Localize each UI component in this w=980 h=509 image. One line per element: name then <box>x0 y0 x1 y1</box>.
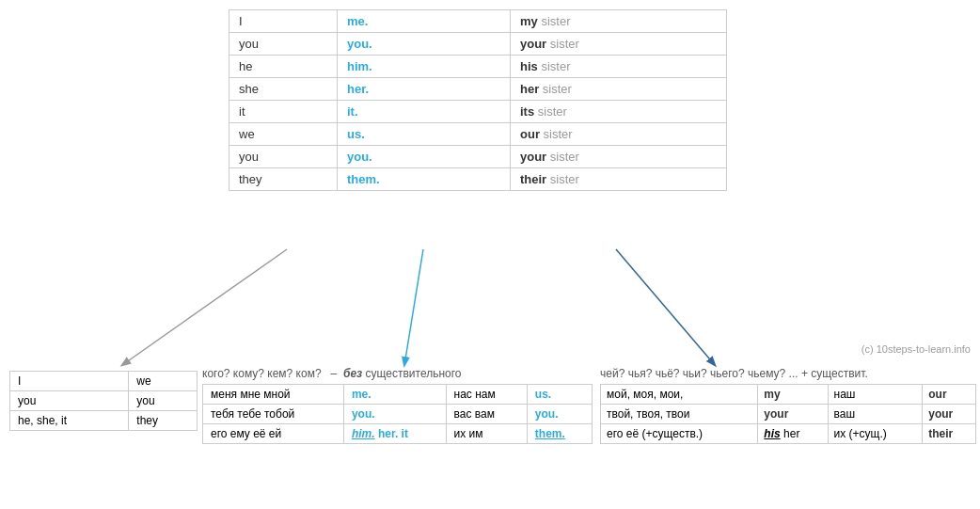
svg-line-0 <box>122 249 287 365</box>
table-row: they them. their sister <box>229 168 727 191</box>
russian-pronoun-pl: нас нам <box>446 385 527 405</box>
possessive-cell: its sister <box>511 101 727 123</box>
pronoun-plural: you <box>129 391 198 411</box>
possessive-noun: sister <box>541 14 570 28</box>
subject-cell: I <box>229 10 338 33</box>
russian-pronoun-pl: их им <box>446 424 527 444</box>
russian-pronoun: меня мне мной <box>203 385 344 405</box>
list-item: меня мне мной me. нас нам us. <box>203 385 593 405</box>
object-pronoun: you. <box>347 37 372 51</box>
russian-poss-pl: наш <box>828 385 923 405</box>
possessive-pronoun: your <box>520 37 546 51</box>
object-cell: him. <box>338 56 511 78</box>
list-item: его ему её ей him. her. it их им them. <box>203 424 593 444</box>
english-poss-pl-bold: their <box>923 424 976 444</box>
object-pronoun: her. <box>347 82 369 96</box>
possessive-cell: our sister <box>511 123 727 146</box>
pronoun-plural: we <box>129 372 198 391</box>
object-cell: you. <box>338 146 511 168</box>
list-item: he, she, it they <box>10 411 198 431</box>
english-pronoun-pl: us. <box>527 385 592 405</box>
list-item: тебя тебе тобой you. вас вам you. <box>203 405 593 424</box>
svg-line-2 <box>616 249 715 365</box>
table-row: I me. my sister <box>229 10 727 33</box>
object-pronoun: me. <box>347 14 368 28</box>
english-pronoun-pl: them. <box>527 424 592 444</box>
table-row: you you. your sister <box>229 33 727 56</box>
table-row: we us. our sister <box>229 123 727 146</box>
english-poss-bold: my <box>758 385 828 405</box>
pronoun-plural: they <box>129 411 198 431</box>
middle-pronoun-box: кого? кому? кем? ком? – без существитель… <box>202 367 593 444</box>
possessive-cell: his sister <box>511 56 727 78</box>
copyright-text: (c) 10steps-to-learn.info <box>861 343 971 355</box>
possessive-pronoun: his <box>520 59 538 73</box>
possessive-cell: your sister <box>511 33 727 56</box>
table-row: she her. her sister <box>229 78 727 101</box>
object-pronoun: them. <box>347 172 380 186</box>
pronoun-singular: I <box>10 372 129 391</box>
middle-pronoun-table: меня мне мной me. нас нам us. тебя тебе … <box>202 384 593 444</box>
right-box-label: чей? чья? чьё? чьи? чьего? чьему? ... + … <box>600 367 976 380</box>
possessive-noun: sister <box>538 104 567 119</box>
right-pronoun-table: мой, моя, мои, my наш our твой, твоя, тв… <box>600 384 976 444</box>
object-cell: us. <box>338 123 511 146</box>
object-cell: her. <box>338 78 511 101</box>
subject-cell: we <box>229 123 338 146</box>
subject-cell: you <box>229 33 338 56</box>
russian-poss-pl: их (+сущ.) <box>828 424 923 444</box>
object-pronoun: you. <box>347 150 372 164</box>
possessive-noun: sister <box>550 37 579 51</box>
pronoun-grid: I me. my sister you you. your sister he … <box>229 9 727 191</box>
russian-poss: его её (+существ.) <box>601 424 758 444</box>
russian-pronoun: тебя тебе тобой <box>203 405 344 424</box>
english-poss-pl-bold: our <box>923 385 976 405</box>
subject-cell: they <box>229 168 338 191</box>
object-cell: them. <box>338 168 511 191</box>
list-item: твой, твоя, твои your ваш your <box>601 405 976 424</box>
russian-pronoun-pl: вас вам <box>446 405 527 424</box>
possessive-noun: sister <box>541 59 570 73</box>
english-poss-pl-bold: your <box>923 405 976 424</box>
left-pronoun-box: I we you you he, she, it they <box>9 367 198 431</box>
possessive-cell: their sister <box>511 168 727 191</box>
possessive-cell: her sister <box>511 78 727 101</box>
possessive-noun: sister <box>543 82 572 96</box>
object-pronoun: us. <box>347 127 365 141</box>
possessive-pronoun: their <box>520 172 546 186</box>
svg-line-1 <box>404 249 423 365</box>
english-poss: his her <box>758 424 828 444</box>
object-pronoun: him. <box>347 59 372 73</box>
possessive-pronoun: your <box>520 150 546 164</box>
russian-pronoun: его ему её ей <box>203 424 344 444</box>
russian-poss: мой, моя, мои, <box>601 385 758 405</box>
english-pronoun: you. <box>343 405 446 424</box>
english-pronoun: him. her. it <box>343 424 446 444</box>
main-pronoun-table: I me. my sister you you. your sister he … <box>229 9 727 191</box>
possessive-pronoun: her <box>520 82 539 96</box>
middle-label-noun: существительного <box>366 367 462 380</box>
object-cell: it. <box>338 101 511 123</box>
subject-cell: it <box>229 101 338 123</box>
possessive-noun: sister <box>544 127 573 141</box>
left-pronoun-table: I we you you he, she, it they <box>9 371 198 431</box>
possessive-pronoun: my <box>520 14 538 28</box>
middle-box-label: кого? кому? кем? ком? – без существитель… <box>202 367 593 380</box>
subject-cell: she <box>229 78 338 101</box>
possessive-noun: sister <box>550 150 579 164</box>
possessive-cell: my sister <box>511 10 727 33</box>
english-pronoun: me. <box>343 385 446 405</box>
list-item: you you <box>10 391 198 411</box>
subject-cell: you <box>229 146 338 168</box>
right-pronoun-box: чей? чья? чьё? чьи? чьего? чьему? ... + … <box>600 367 976 444</box>
middle-label-italic: без <box>343 367 362 380</box>
object-pronoun: it. <box>347 104 358 119</box>
russian-poss-pl: ваш <box>828 405 923 424</box>
table-row: you you. your sister <box>229 146 727 168</box>
list-item: его её (+существ.) his her их (+сущ.) th… <box>601 424 976 444</box>
table-row: it it. its sister <box>229 101 727 123</box>
list-item: мой, моя, мои, my наш our <box>601 385 976 405</box>
object-cell: me. <box>338 10 511 33</box>
pronoun-singular: he, she, it <box>10 411 129 431</box>
list-item: I we <box>10 372 198 391</box>
